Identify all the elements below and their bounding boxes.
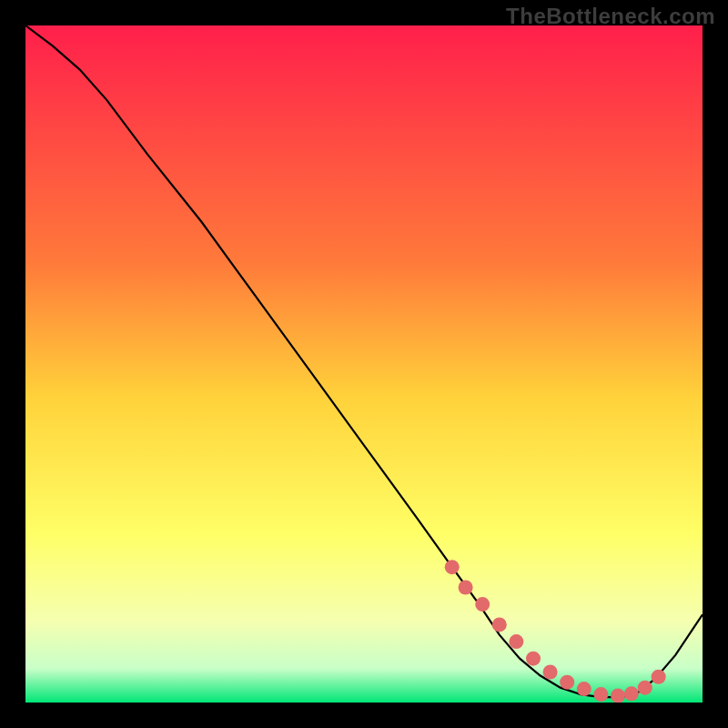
chart-frame: TheBottleneck.com [0,0,728,728]
marker-dot [445,560,460,574]
marker-dot [492,617,507,632]
marker-dot [475,597,490,612]
marker-dot [560,675,574,690]
plot-area [25,25,703,703]
marker-dot [543,665,558,680]
marker-dot [624,686,639,701]
marker-dot [593,687,608,702]
marker-dot [611,689,625,703]
watermark-text: TheBottleneck.com [506,4,715,29]
chart-svg [25,25,703,703]
marker-dot [638,681,652,695]
marker-dot [652,670,666,684]
marker-dot [509,634,523,649]
marker-dot [526,652,541,666]
marker-dot [577,682,592,696]
marker-dot [459,581,473,595]
